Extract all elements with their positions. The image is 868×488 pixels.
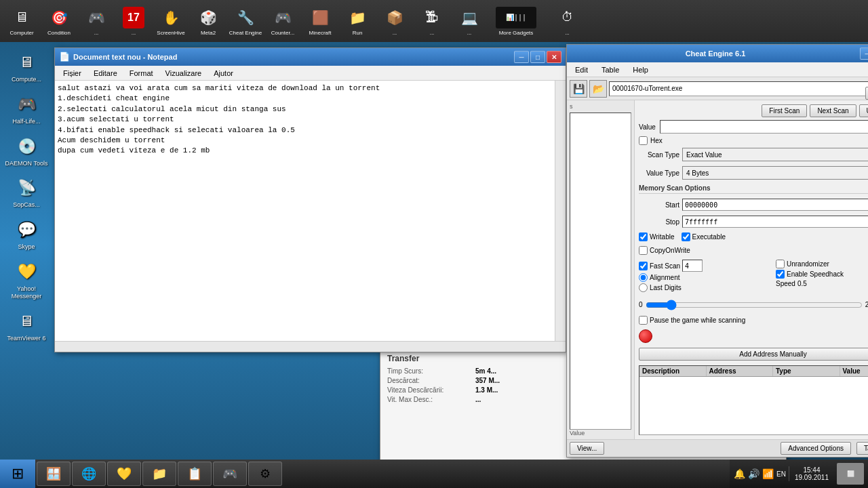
ce-start-row: Start xyxy=(639,199,868,211)
tray-network[interactable]: 📶 xyxy=(762,468,774,479)
taskbar-icon-computer[interactable]: 🖥 Computer xyxy=(4,3,39,39)
taskbar-app-settings[interactable]: ⚙ xyxy=(248,462,282,486)
ce-unrandomizer-checkbox[interactable] xyxy=(776,260,785,268)
ce-hex-checkbox[interactable] xyxy=(639,136,648,145)
ce-menu-help[interactable]: Help xyxy=(627,64,654,75)
ce-last-digits-radio[interactable] xyxy=(639,283,648,292)
notepad-hscrollbar[interactable] xyxy=(55,341,566,352)
ce-add-address-button[interactable]: Add Address Manually xyxy=(639,348,868,361)
taskbar-icon-game1[interactable]: 🎮 ... xyxy=(79,3,114,39)
ce-bottom-panel: View... Advanced Options Table Extras xyxy=(567,439,868,457)
taskbar-app-clipboard[interactable]: 📋 xyxy=(178,462,212,486)
desktop-icon-sopcas[interactable]: 📡 SopCas... xyxy=(3,173,50,211)
ce-scan-type-row: Scan Type Exact Value xyxy=(639,148,868,161)
notepad-menu-editare[interactable]: Editare xyxy=(88,68,123,79)
ce-value-input[interactable] xyxy=(660,120,868,134)
tray-volume[interactable]: 🔊 xyxy=(748,468,760,479)
desktop-sopcas-icon: 📡 xyxy=(14,176,39,200)
clipboard-icon: 📋 xyxy=(187,466,202,481)
ce-table-extras-button[interactable]: Table Extras xyxy=(856,442,868,455)
show-desktop-button[interactable]: ⬜ xyxy=(837,463,864,485)
desktop-icon-halflife[interactable]: 🎮 Half-Life... xyxy=(3,89,50,128)
notepad-minimize-button[interactable]: ─ xyxy=(514,51,529,63)
notepad-textarea[interactable]: salut astazi va voi arata cum sa mariti … xyxy=(55,81,566,341)
pkg-icon: 📦 xyxy=(384,7,406,28)
next-scan-button[interactable]: Next Scan xyxy=(810,104,856,117)
ce-stop-input[interactable] xyxy=(682,216,868,228)
undo-scan-button[interactable]: Undo Scan xyxy=(859,104,868,117)
taskbar-icon-minecraft[interactable]: 🟫 Minecraft xyxy=(302,3,338,39)
desktop-icon-skype[interactable]: 💬 Skype xyxy=(3,215,50,253)
taskbar-icon-zip[interactable]: 🗜 ... xyxy=(414,3,450,39)
start-button[interactable]: ⊞ xyxy=(0,460,35,488)
ce-view-button[interactable]: View... xyxy=(570,442,604,455)
ce-executable-checkbox[interactable] xyxy=(682,232,690,241)
utorrent-vit-max-label: Vit. Max Desc.: xyxy=(387,396,469,403)
utorrent-timp-value: 5m 4... xyxy=(475,367,496,375)
taskbar-icon-counter[interactable]: 🎮 Counter... xyxy=(265,3,300,39)
desktop-icon-teamviewer[interactable]: 🖥 TeamViewer 6 xyxy=(3,306,50,345)
notepad-menu-format[interactable]: Format xyxy=(124,68,159,79)
desktop-icon-yahoo[interactable]: 💛 Yahoo! Messenger xyxy=(3,257,50,303)
taskbar-icon-screenhive[interactable]: ✋ ScreenHive xyxy=(153,3,189,39)
ce-menu-edit[interactable]: Edit xyxy=(570,64,593,75)
taskbar-icon-run[interactable]: 📁 Run xyxy=(340,3,375,39)
ce-stop-row: Stop xyxy=(639,216,868,228)
notepad-menu-ajutor[interactable]: Ajutor xyxy=(208,68,239,79)
ce-fast-scan-value-input[interactable] xyxy=(682,260,703,272)
notepad-menu-vizualizare[interactable]: Vizualizare xyxy=(160,68,208,79)
ce-fast-scan-checkbox[interactable] xyxy=(639,262,648,270)
ce-settings-button[interactable]: Settings xyxy=(865,87,868,100)
notepad-scrollbar[interactable] xyxy=(555,81,566,341)
notepad-maximize-button[interactable]: □ xyxy=(530,51,545,63)
clock-display[interactable]: 15:44 19.09.2011 xyxy=(789,466,834,481)
ce-value-label: Value xyxy=(639,123,656,131)
ce-advanced-options-button[interactable]: Advanced Options xyxy=(781,442,851,455)
ce-value-type-select[interactable]: 4 Bytes xyxy=(682,166,868,180)
taskbar-icon-gadgets[interactable]: 📊||| More Gadgets xyxy=(489,3,543,39)
ce-scan-indicator[interactable] xyxy=(639,329,652,343)
ce-window-controls: ─ □ ✕ xyxy=(860,47,868,60)
taskbar-icon-icon3[interactable]: 17 ... xyxy=(116,3,151,39)
desktop-icon-daemon[interactable]: 💿 DAEMON Tools xyxy=(3,131,50,170)
taskbar-icon-laptop[interactable]: 💻 ... xyxy=(452,3,487,39)
taskbar-icon-cheat[interactable]: 🔧 Cheat Engine xyxy=(228,3,263,39)
ce-settings-label: Settings xyxy=(865,87,868,100)
ce-speed-slider[interactable] xyxy=(646,300,863,310)
ce-minimize-button[interactable]: ─ xyxy=(860,47,868,60)
utorrent-vit-max-value: ... xyxy=(475,396,481,403)
taskbar-icon-clock[interactable]: ⏱ ... xyxy=(545,3,589,39)
taskbar-app-ie[interactable]: 🌐 xyxy=(72,462,106,486)
ce-writable-checkbox[interactable] xyxy=(639,232,648,241)
ce-pause-checkbox[interactable] xyxy=(639,316,648,325)
taskbar-icon-pkg[interactable]: 📦 ... xyxy=(377,3,412,39)
notepad-titlebar[interactable]: 📄 Document text nou - Notepad ─ □ ✕ xyxy=(55,48,566,66)
taskbar-app-yahoo[interactable]: 💛 xyxy=(107,462,141,486)
first-scan-button[interactable]: First Scan xyxy=(762,104,807,117)
ce-alignment-row: Alignment xyxy=(639,273,770,282)
taskbar-icon-meta2[interactable]: 🎲 Meta2 xyxy=(191,3,226,39)
ce-scan-type-select[interactable]: Exact Value xyxy=(682,148,868,161)
taskbar-app-explorer[interactable]: 📁 xyxy=(142,462,176,486)
ce-toolbar-icon1[interactable]: 💾 xyxy=(570,80,587,98)
taskbar-app-windows[interactable]: 🪟 xyxy=(37,462,71,486)
taskbar-bottom: ⊞ 🪟 🌐 💛 📁 📋 🎮 ⚙ xyxy=(0,460,868,488)
ce-menu-table[interactable]: Table xyxy=(596,64,625,75)
ce-toolbar-icon2[interactable]: 📂 xyxy=(589,80,607,98)
taskbar-icon-condition[interactable]: 🎯 Condition xyxy=(41,3,77,39)
ce-speedhack-checkbox[interactable] xyxy=(776,270,785,279)
ce-speedhack-row: Enable Speedhack xyxy=(776,270,868,279)
ce-cow-checkbox[interactable] xyxy=(639,246,648,255)
tray-notifications[interactable]: 🔔 xyxy=(734,468,745,479)
ce-start-input[interactable] xyxy=(682,199,868,211)
notepad-menu-fisier[interactable]: Fișier xyxy=(58,68,87,79)
tray-lang[interactable]: EN xyxy=(776,470,786,478)
ce-slider-min: 0 xyxy=(639,301,643,308)
ce-cow-label: CopyOnWrite xyxy=(650,247,690,254)
desktop-icon-computer[interactable]: 🖥 Compute... xyxy=(3,47,50,86)
taskbar-app-game[interactable]: 🎮 xyxy=(213,462,247,486)
ce-titlebar[interactable]: Cheat Engine 6.1 ─ □ ✕ xyxy=(567,45,868,62)
ce-address-list[interactable] xyxy=(570,113,631,430)
ce-alignment-radio[interactable] xyxy=(639,273,648,282)
notepad-close-button[interactable]: ✕ xyxy=(547,51,561,63)
